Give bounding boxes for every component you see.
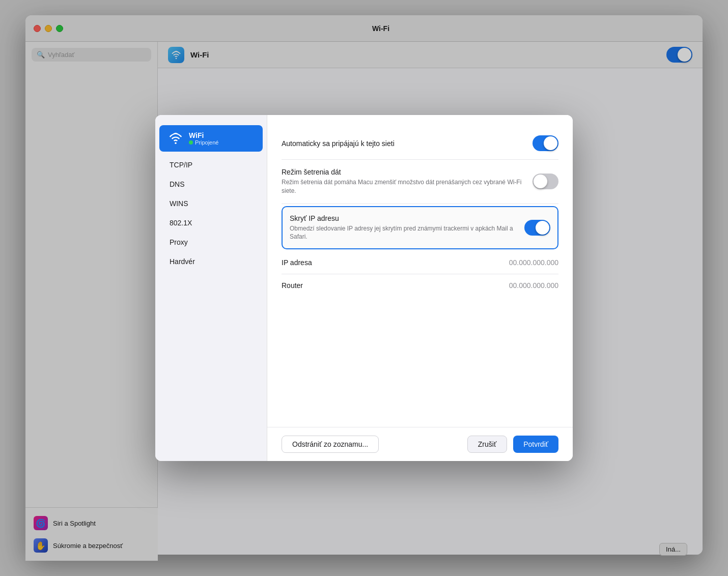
connected-indicator [189,140,193,145]
footer-left: Odstrániť zo zoznamu... [282,436,379,453]
svg-point-1 [175,142,177,145]
modal-wifi-item[interactable]: WiFi Pripojené [159,125,263,152]
modal-overlay: WiFi Pripojené TCP/IP D [0,0,728,576]
hide-ip-title: Skryť IP adresu [290,214,516,222]
wifi-network-name: WiFi [189,131,218,139]
hide-ip-description: Obmedzí sledovanie IP adresy jej skrytím… [290,224,516,242]
modal-sidebar: WiFi Pripojené TCP/IP D [155,115,267,461]
sidebar-item-dns[interactable]: DNS [159,175,263,193]
data-mode-knob [534,175,547,188]
data-mode-description: Režim šetrenia dát pomáha Macu zmenšiť m… [282,178,524,195]
modal-body: WiFi Pripojené TCP/IP D [155,115,573,461]
modal-main: Automaticky sa pripájajú k tejto sieti R… [267,115,573,427]
modal-footer: Odstrániť zo zoznamu... Zrušiť Potvrdiť [267,427,573,461]
auto-join-content: Automaticky sa pripájajú k tejto sieti [282,139,524,148]
sidebar-item-wins[interactable]: WINS [159,194,263,213]
ip-address-value: 00.000.000.000 [509,258,558,267]
data-mode-content: Režim šetrenia dát Režim šetrenia dát po… [282,168,524,195]
modal-main-container: Automaticky sa pripájajú k tejto sieti R… [267,115,573,461]
router-value: 00.000.000.000 [509,281,558,290]
modal-window: WiFi Pripojené TCP/IP D [155,115,573,461]
sidebar-item-8021x[interactable]: 802.1X [159,214,263,232]
auto-join-toggle[interactable] [533,135,558,151]
sidebar-item-hardware[interactable]: Hardvér [159,252,263,271]
ip-address-row: IP adresa 00.000.000.000 [282,251,558,274]
remove-from-list-button[interactable]: Odstrániť zo zoznamu... [282,436,379,453]
hide-ip-knob [536,221,549,235]
hide-ip-setting: Skryť IP adresu Obmedzí sledovanie IP ad… [282,206,558,250]
hide-ip-toggle[interactable] [524,220,550,236]
cancel-button[interactable]: Zrušiť [467,436,507,453]
confirm-button[interactable]: Potvrdiť [513,436,558,453]
wifi-status: Pripojené [189,139,218,146]
router-row: Router 00.000.000.000 [282,274,558,297]
router-label: Router [282,281,303,290]
sidebar-item-tcp-ip[interactable]: TCP/IP [159,156,263,174]
data-mode-title: Režim šetrenia dát [282,168,524,176]
auto-join-knob [544,136,557,150]
sidebar-item-proxy[interactable]: Proxy [159,233,263,251]
auto-join-title: Automaticky sa pripájajú k tejto sieti [282,139,524,148]
footer-right: Zrušiť Potvrdiť [467,436,558,453]
data-mode-toggle[interactable] [533,174,558,189]
hide-ip-content: Skryť IP adresu Obmedzí sledovanie IP ad… [290,214,516,242]
data-mode-setting: Režim šetrenia dát Režim šetrenia dát po… [282,160,558,204]
desktop-background: Wi-Fi 🔍 Vyhľadať [0,0,728,576]
ip-address-label: IP adresa [282,258,312,267]
wifi-text-container: WiFi Pripojené [189,131,218,146]
wifi-icon-container [167,130,184,147]
auto-join-setting: Automaticky sa pripájajú k tejto sieti [282,127,558,160]
